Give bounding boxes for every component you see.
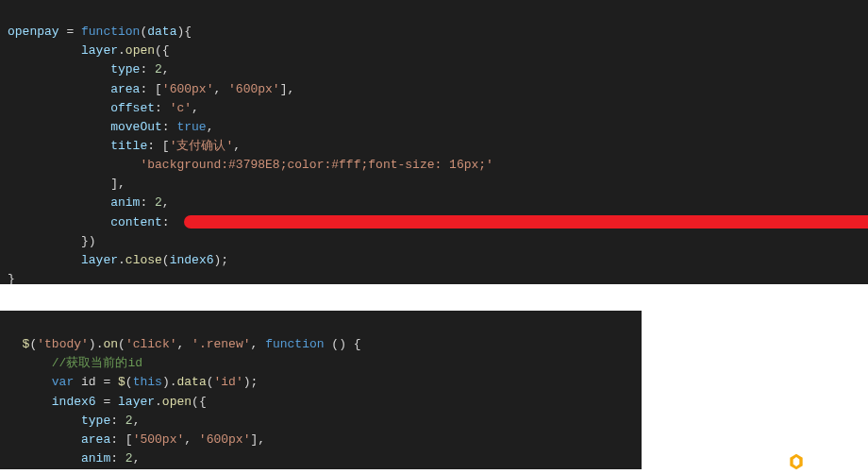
- code-block-2: $('tbody').on('click', '.renew', functio…: [0, 311, 642, 469]
- code-line: $('tbody').on('click', '.renew', functio…: [8, 337, 361, 351]
- code-line: var id = $(this).data('id');: [8, 375, 258, 389]
- code-line: area: ['500px', '600px'],: [8, 432, 265, 447]
- code-line: type: 2,: [8, 414, 140, 428]
- code-line: moveOut: true,: [8, 120, 213, 134]
- code-line: openpay = function(data){: [8, 25, 192, 39]
- code-line: index6 = layer.open({: [8, 395, 207, 409]
- gap: [0, 284, 868, 311]
- code-line: anim: 2,: [8, 195, 170, 210]
- code-line: //获取当前的id: [8, 356, 142, 370]
- code-line: title: ['支付确认',: [8, 139, 241, 153]
- code-line: anim: 2,: [8, 451, 140, 466]
- watermark: 创新互联: [787, 451, 862, 469]
- code-line: area: ['600px', '600px'],: [8, 82, 294, 96]
- code-block-1: openpay = function(data){ layer.open({ t…: [0, 0, 868, 284]
- code-line: }: [8, 272, 15, 284]
- logo-icon: [787, 452, 806, 469]
- code-line: layer.open({: [8, 43, 170, 58]
- code-line: content:: [8, 215, 868, 229]
- code-line: offset: 'c',: [8, 101, 199, 115]
- code-line: 'background:#3798E8;color:#fff;font-size…: [8, 158, 493, 172]
- watermark-text: 创新互联: [810, 451, 862, 469]
- code-line: type: 2,: [8, 62, 170, 76]
- code-line: }): [8, 234, 96, 248]
- redaction-bar: [184, 215, 868, 229]
- code-line: layer.close(index6);: [8, 253, 228, 267]
- code-line: ],: [8, 177, 125, 191]
